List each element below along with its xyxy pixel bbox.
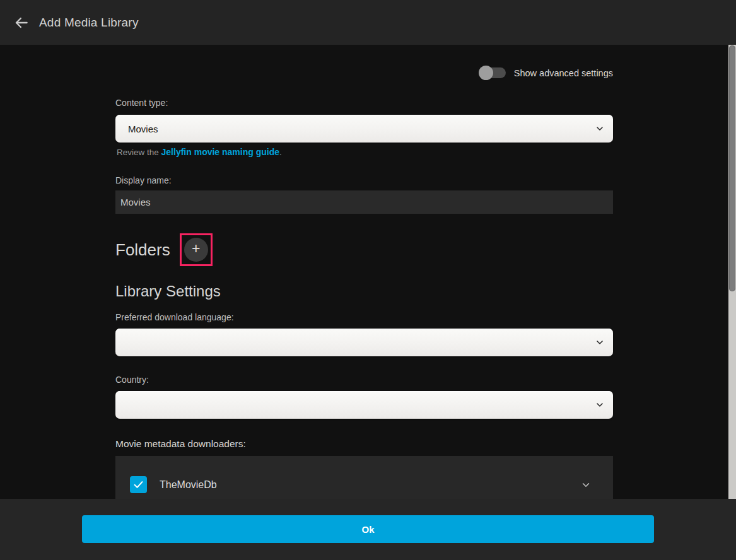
- downloader-checkbox[interactable]: [130, 476, 147, 493]
- checkmark-icon: [132, 479, 144, 491]
- folders-section-header: Folders +: [115, 233, 213, 266]
- advanced-settings-row: Show advanced settings: [479, 67, 613, 78]
- header: Add Media Library: [0, 0, 736, 45]
- content-type-select[interactable]: Movies: [115, 115, 613, 143]
- chevron-down-icon: [595, 124, 605, 136]
- helper-prefix: Review the: [117, 148, 161, 157]
- add-folder-button[interactable]: +: [184, 238, 208, 262]
- naming-guide-link[interactable]: Jellyfin movie naming guide: [161, 147, 279, 157]
- display-name-input[interactable]: [115, 190, 613, 214]
- folders-heading: Folders: [115, 240, 170, 260]
- downloader-row: TheMovieDb: [115, 456, 613, 493]
- helper-suffix: .: [279, 148, 282, 157]
- plus-icon: +: [192, 242, 200, 256]
- arrow-left-icon: [13, 15, 30, 31]
- form-content: Show advanced settings Content type: Mov…: [115, 45, 613, 560]
- chevron-down-icon: [595, 337, 605, 349]
- content-type-value: Movies: [128, 124, 158, 134]
- footer: Ok: [0, 499, 736, 560]
- chevron-down-icon[interactable]: [580, 479, 592, 491]
- country-select[interactable]: [115, 391, 613, 419]
- preferred-language-select[interactable]: [115, 329, 613, 356]
- page-title: Add Media Library: [39, 16, 139, 30]
- preferred-language-label: Preferred download language:: [115, 312, 234, 322]
- downloader-name: TheMovieDb: [160, 479, 217, 491]
- advanced-settings-toggle[interactable]: [479, 67, 506, 78]
- naming-guide-helper: Review the Jellyfin movie naming guide.: [117, 147, 282, 157]
- advanced-settings-label: Show advanced settings: [514, 68, 613, 78]
- country-label: Country:: [115, 375, 149, 385]
- library-settings-heading: Library Settings: [115, 283, 221, 300]
- scrollbar-track[interactable]: [728, 45, 736, 499]
- back-button[interactable]: [8, 9, 35, 37]
- content-type-label: Content type:: [115, 98, 168, 108]
- toggle-knob: [479, 66, 493, 80]
- metadata-downloaders-label: Movie metadata downloaders:: [115, 438, 246, 450]
- display-name-label: Display name:: [115, 175, 172, 185]
- add-folder-focus-ring: +: [180, 233, 213, 266]
- chevron-down-icon: [595, 400, 605, 412]
- scrollbar-thumb[interactable]: [729, 45, 735, 291]
- ok-button[interactable]: Ok: [82, 515, 654, 543]
